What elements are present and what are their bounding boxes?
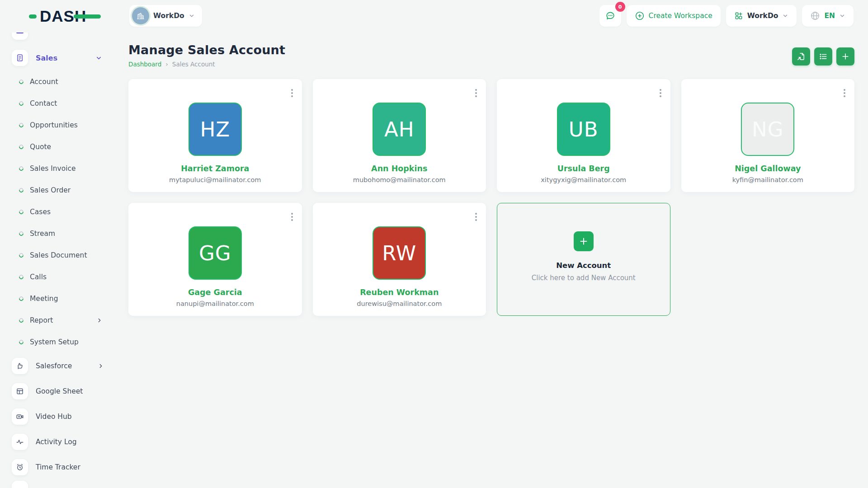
chevron-down-icon — [839, 13, 845, 19]
workspace-avatar — [132, 7, 149, 24]
card-menu-button[interactable] — [288, 210, 296, 224]
breadcrumb-separator: › — [165, 61, 168, 68]
apps-menu-label: WorkDo — [747, 12, 778, 20]
card-menu-button[interactable] — [288, 86, 296, 100]
new-account-subtitle: Click here to add New Account — [497, 274, 670, 282]
account-card: AH Ann Hopkins mubohomo@mailinator.com — [313, 79, 486, 192]
account-card: GG Gage Garcia nanupi@mailinator.com — [128, 203, 302, 316]
sidebar-modules: Salesforce Google Sheet Video Hub — [0, 353, 118, 480]
sidebar-item-time-tracker[interactable]: Time Tracker — [0, 455, 118, 480]
account-email: xitygyxig@mailinator.com — [497, 176, 670, 183]
dashboard-partial-icon — [12, 33, 28, 40]
chevron-right-icon — [96, 317, 103, 324]
breadcrumb: Dashboard › Sales Account — [128, 61, 285, 68]
partial-icon — [12, 481, 28, 488]
sidebar-item-quote[interactable]: Quote — [0, 136, 118, 158]
page-toolbar — [792, 47, 854, 66]
sidebar-item-label: Video Hub — [36, 413, 72, 421]
messages-button[interactable]: 0 — [599, 5, 621, 27]
card-menu-button[interactable] — [841, 86, 848, 100]
globe-icon — [810, 11, 820, 21]
sidebar-item-contact[interactable]: Contact — [0, 93, 118, 114]
sidebar-item-system-setup[interactable]: System Setup — [0, 331, 118, 353]
sidebar-item-label: Quote — [30, 143, 51, 151]
sidebar-item-partial-top[interactable] — [12, 33, 118, 40]
sidebar-item-label: Calls — [30, 273, 47, 281]
sidebar-item-meeting[interactable]: Meeting — [0, 288, 118, 310]
chevron-down-icon — [95, 55, 102, 61]
list-view-button[interactable] — [814, 47, 832, 66]
sidebar-item-report[interactable]: Report — [0, 310, 118, 331]
sidebar-item-activity-log[interactable]: Activity Log — [0, 429, 118, 455]
bullet-icon — [18, 165, 24, 172]
account-name-link[interactable]: Reuben Workman — [313, 288, 486, 297]
bullet-icon — [18, 144, 24, 150]
sidebar-item-salesforce[interactable]: Salesforce — [0, 353, 118, 379]
activity-pulse-icon — [12, 434, 28, 450]
sidebar-item-sales-document[interactable]: Sales Document — [0, 244, 118, 266]
sidebar-item-opportunities[interactable]: Opportunities — [0, 114, 118, 136]
sidebar-item-account[interactable]: Account — [0, 71, 118, 93]
sidebar-item-label: Opportunities — [30, 121, 78, 129]
new-account-card[interactable]: New Account Click here to add New Accoun… — [497, 203, 670, 316]
account-name-link[interactable]: Ann Hopkins — [313, 164, 486, 173]
apps-menu-button[interactable]: WorkDo — [726, 5, 797, 27]
messages-badge: 0 — [615, 2, 625, 12]
sidebar-item-sales-invoice[interactable]: Sales Invoice — [0, 158, 118, 179]
sidebar-item-label: Account — [30, 78, 58, 86]
language-code: EN — [824, 12, 835, 20]
list-view-icon — [819, 52, 828, 61]
bullet-icon — [18, 317, 24, 324]
sidebar-item-calls[interactable]: Calls — [0, 266, 118, 288]
create-workspace-button[interactable]: Create Workspace — [627, 5, 721, 27]
sidebar-item-cases[interactable]: Cases — [0, 201, 118, 223]
account-avatar: GG — [189, 226, 242, 280]
account-name-link[interactable]: Nigel Galloway — [681, 164, 855, 173]
export-button[interactable] — [792, 47, 810, 66]
sidebar-item-sales-order[interactable]: Sales Order — [0, 179, 118, 201]
workspace-selector[interactable]: WorkDo — [129, 5, 202, 27]
spreadsheet-icon — [12, 383, 28, 399]
main-content: Manage Sales Account Dashboard › Sales A… — [128, 33, 854, 488]
account-email: nanupi@mailinator.com — [128, 300, 302, 307]
sidebar-item-label: Meeting — [30, 295, 58, 303]
page-header: Manage Sales Account Dashboard › Sales A… — [128, 43, 854, 68]
bullet-icon — [18, 122, 24, 128]
topbar-actions: 0 Create Workspace Work — [599, 5, 854, 27]
account-avatar: AH — [373, 103, 426, 156]
alarm-clock-icon — [12, 459, 28, 475]
account-name-link[interactable]: Gage Garcia — [128, 288, 302, 297]
account-name-link[interactable]: Ursula Berg — [497, 164, 670, 173]
sidebar-item-label: System Setup — [30, 338, 79, 346]
chat-icon — [605, 10, 616, 21]
accounts-grid: HZ Harriet Zamora mytapuluci@mailinator.… — [128, 79, 854, 316]
app-root: DASH WorkDo 0 — [0, 0, 868, 488]
card-menu-button[interactable] — [657, 86, 664, 100]
account-card: NG Nigel Galloway kyfin@mailinator.com — [681, 79, 855, 192]
chevron-down-icon — [782, 13, 788, 19]
sales-submenu: Account Contact Opportunities Quote Sale… — [0, 71, 118, 353]
add-icon — [841, 52, 850, 61]
bullet-icon — [18, 209, 24, 215]
account-email: mubohomo@mailinator.com — [313, 176, 486, 183]
top-header: DASH WorkDo 0 — [0, 0, 868, 33]
language-selector[interactable]: EN — [802, 5, 854, 27]
card-menu-button[interactable] — [472, 210, 480, 224]
account-avatar: NG — [741, 103, 794, 156]
logo-bar-icon — [74, 14, 101, 19]
sidebar-section-label: Sales — [36, 54, 57, 62]
sidebar-item-partial-bottom[interactable] — [12, 481, 28, 488]
brand-logo[interactable]: DASH — [29, 7, 86, 25]
breadcrumb-current: Sales Account — [172, 61, 215, 68]
grid-plus-icon — [734, 11, 743, 20]
sidebar-item-google-sheet[interactable]: Google Sheet — [0, 379, 118, 404]
add-account-button[interactable] — [836, 47, 854, 66]
sidebar-item-video-hub[interactable]: Video Hub — [0, 404, 118, 429]
card-menu-button[interactable] — [472, 86, 480, 100]
sidebar: Sales Account Contact Opportunities Quot… — [0, 33, 118, 488]
breadcrumb-dashboard-link[interactable]: Dashboard — [128, 61, 161, 68]
account-name-link[interactable]: Harriet Zamora — [128, 164, 302, 173]
sidebar-item-stream[interactable]: Stream — [0, 223, 118, 244]
sidebar-section-sales[interactable]: Sales — [12, 50, 118, 66]
account-email: durewisu@mailinator.com — [313, 300, 486, 307]
